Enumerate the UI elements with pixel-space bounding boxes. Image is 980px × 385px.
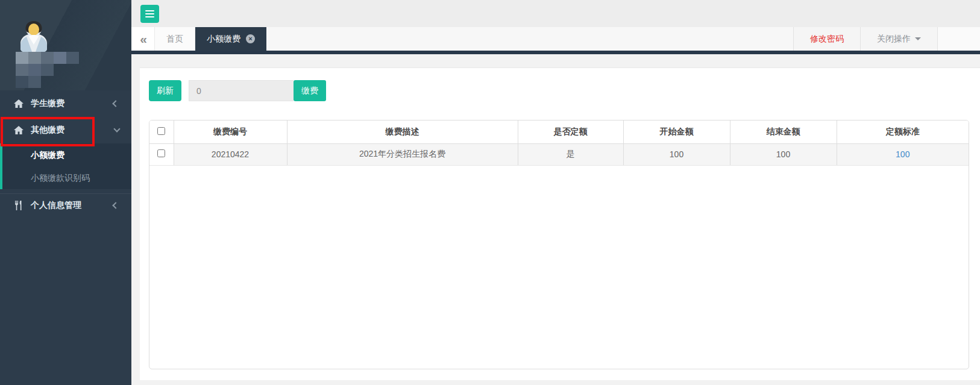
tabbar-right-filler	[938, 27, 980, 51]
sidebar-item-student-payment[interactable]: 学生缴费	[0, 90, 131, 117]
fixed-standard-link[interactable]: 100	[896, 149, 909, 159]
sidebar: 学生缴费 其他缴费 小额缴费 小额缴款识别码 个人信息管理	[0, 0, 131, 385]
change-password-label: 修改密码	[810, 34, 844, 45]
col-end-amount: 结束金额	[730, 121, 837, 143]
cell-description: 2021年分类招生报名费	[287, 143, 518, 165]
subitem-label: 小额缴费	[31, 150, 64, 160]
tab-small-payment[interactable]: 小额缴费 ×	[195, 27, 266, 51]
user-avatar	[16, 18, 51, 52]
table-header-row: 缴费编号 缴费描述 是否定额 开始金额 结束金额 定额标准	[149, 121, 969, 143]
sidebar-item-label: 学生缴费	[31, 98, 64, 109]
close-operations-label: 关闭操作	[877, 34, 911, 45]
cell-payment-no: 20210422	[174, 143, 287, 165]
refresh-button[interactable]: 刷新	[149, 80, 181, 101]
content-card: 刷新 缴费 缴费编号 缴	[140, 67, 980, 380]
row-checkbox[interactable]	[157, 149, 165, 157]
cell-start-amount: 100	[623, 143, 730, 165]
tab-bar: « 首页 小额缴费 × 修改密码 关闭操作	[131, 27, 980, 54]
change-password-button[interactable]: 修改密码	[793, 27, 860, 51]
select-all-header	[149, 121, 174, 143]
col-description: 缴费描述	[287, 121, 518, 143]
col-is-fixed: 是否定额	[518, 121, 623, 143]
cell-end-amount: 100	[730, 143, 837, 165]
sidebar-profile	[0, 0, 131, 90]
caret-down-icon	[915, 37, 921, 40]
sidebar-item-label: 其他缴费	[31, 125, 64, 136]
amount-input[interactable]	[189, 80, 294, 101]
sidebar-item-personal-info[interactable]: 个人信息管理	[0, 193, 131, 216]
subitem-label: 小额缴款识别码	[31, 173, 90, 183]
other-payment-submenu: 小额缴费 小额缴款识别码	[0, 143, 131, 189]
home-icon	[14, 125, 24, 135]
sidebar-item-label: 个人信息管理	[31, 200, 81, 211]
main-area: « 首页 小额缴费 × 修改密码 关闭操作 刷新 缴费	[131, 0, 980, 385]
close-tab-icon[interactable]: ×	[246, 34, 255, 43]
chevron-left-icon	[112, 100, 119, 107]
cell-is-fixed: 是	[518, 143, 623, 165]
sidebar-toggle-button[interactable]	[140, 5, 159, 23]
table-row[interactable]: 20210422 2021年分类招生报名费 是 100 100 100	[149, 143, 969, 165]
pay-button[interactable]: 缴费	[294, 80, 326, 101]
row-select-cell	[149, 143, 174, 165]
collapse-tabs-button[interactable]: «	[131, 27, 154, 51]
close-operations-dropdown[interactable]: 关闭操作	[860, 27, 938, 51]
content-area: 刷新 缴费 缴费编号 缴	[131, 54, 980, 385]
cutlery-icon	[14, 201, 24, 210]
tabbar-spacer	[266, 27, 793, 51]
payments-table: 缴费编号 缴费描述 是否定额 开始金额 结束金额 定额标准	[149, 121, 969, 166]
topbar	[131, 0, 980, 27]
tab-home[interactable]: 首页	[154, 27, 195, 51]
sidebar-item-other-payment[interactable]: 其他缴费	[0, 117, 131, 143]
col-start-amount: 开始金额	[623, 121, 730, 143]
sidebar-subitem-small-payment-id-code[interactable]: 小额缴款识别码	[2, 166, 131, 189]
col-fixed-standard: 定额标准	[837, 121, 969, 143]
double-chevron-left-icon: «	[140, 33, 146, 45]
tab-label: 首页	[166, 34, 183, 45]
cell-fixed-standard: 100	[837, 143, 969, 165]
select-all-checkbox[interactable]	[157, 127, 165, 135]
redacted-username	[16, 52, 82, 88]
home-icon	[14, 99, 24, 108]
payment-toolbar: 刷新 缴费	[149, 80, 969, 101]
payments-table-panel: 缴费编号 缴费描述 是否定额 开始金额 结束金额 定额标准	[149, 120, 969, 369]
tab-label: 小额缴费	[207, 34, 240, 45]
chevron-left-icon	[112, 202, 119, 208]
sidebar-subitem-small-payment[interactable]: 小额缴费	[2, 143, 131, 166]
hamburger-icon	[145, 10, 154, 11]
chevron-down-icon	[113, 125, 120, 132]
sidebar-nav: 学生缴费 其他缴费 小额缴费 小额缴款识别码 个人信息管理	[0, 90, 131, 216]
col-payment-no: 缴费编号	[174, 121, 287, 143]
